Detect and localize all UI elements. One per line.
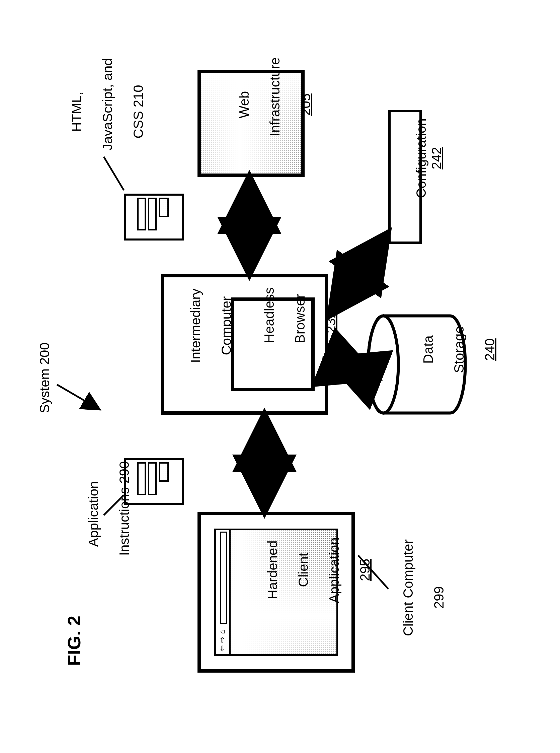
connectors <box>0 0 560 753</box>
diagram-stage: FIG. 2 System 200 ⇦ <box>0 0 560 753</box>
page: FIG. 2 System 200 ⇦ <box>0 0 560 753</box>
svg-line-9 <box>333 237 385 311</box>
svg-line-8 <box>333 361 372 376</box>
